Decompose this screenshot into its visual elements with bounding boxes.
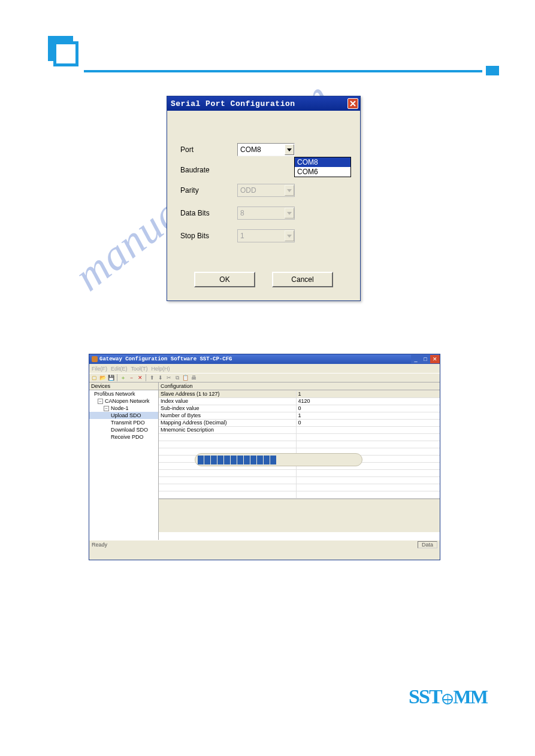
device-tree: Devices Profibus Network − CANopen Netwo… <box>89 382 159 540</box>
port-dropdown-list[interactable]: COM8 COM6 <box>294 157 351 177</box>
grid-row[interactable]: Number of Bytes1 <box>159 412 440 419</box>
delete-icon[interactable]: ✕ <box>136 374 144 382</box>
tree-node1-label: Node-1 <box>111 405 129 411</box>
grid-val: 0 <box>296 405 440 412</box>
tree-upload-sdo-label: Upload SDO <box>111 412 141 418</box>
grid-row-empty <box>159 441 440 448</box>
tree-toggle-icon[interactable]: − <box>104 406 109 411</box>
cut-icon[interactable]: ✂ <box>165 374 173 382</box>
d2-body: Devices Profibus Network − CANopen Netwo… <box>89 382 440 540</box>
baudrate-label: Baudrate <box>180 166 237 174</box>
menu-tool[interactable]: Tool(T) <box>131 366 148 372</box>
databits-label: Data Bits <box>180 209 237 217</box>
footer-logo: SSTMM <box>409 685 487 708</box>
parity-label: Parity <box>180 186 237 195</box>
chevron-down-icon <box>287 212 292 215</box>
remove-icon[interactable]: － <box>128 374 135 382</box>
grid-row[interactable]: Mapping Address (Decimal)0 <box>159 419 440 426</box>
save-icon[interactable]: 💾 <box>107 374 115 382</box>
menu-edit[interactable]: Edit(E) <box>111 366 128 372</box>
tree-profibus[interactable]: Profibus Network <box>89 390 158 397</box>
copy-icon[interactable]: ⧉ <box>173 374 181 382</box>
deco-square-front <box>53 41 78 66</box>
tree-profibus-label: Profibus Network <box>94 391 135 397</box>
grid-row[interactable]: Sub-index value0 <box>159 405 440 412</box>
progress-bar <box>195 453 362 466</box>
grid-row-empty <box>159 433 440 441</box>
tree-transmit-pdo[interactable]: Transmit PDO <box>89 419 158 426</box>
stopbits-value: 1 <box>240 232 244 240</box>
grid-val: 1 <box>296 412 440 419</box>
dropdown-option-com6[interactable]: COM6 <box>295 167 350 177</box>
stopbits-row: Stop Bits 1 <box>180 229 347 242</box>
dropdown-option-com8[interactable]: COM8 <box>295 157 350 167</box>
grid-row[interactable]: Mnemonic Description <box>159 426 440 433</box>
tree-canopen[interactable]: − CANopen Network <box>89 397 158 405</box>
tree-header: Devices <box>89 382 158 390</box>
d2-title-left: Gateway Configuration Software SST-CP-CF… <box>92 356 232 362</box>
grid-row-empty <box>159 476 440 484</box>
stopbits-dropdown-button <box>285 230 294 241</box>
grid-row[interactable]: Slave Address (1 to 127)1 <box>159 390 440 397</box>
grid-val: 0 <box>296 419 440 426</box>
toolbar-separator <box>146 374 146 381</box>
toolbar-separator <box>117 374 117 381</box>
ok-button[interactable]: OK <box>194 272 255 287</box>
tree-receive-pdo[interactable]: Receive PDO <box>89 433 158 441</box>
grid-row[interactable]: Index value4120 <box>159 397 440 405</box>
port-dropdown-button[interactable] <box>285 144 294 155</box>
grid-header: Configuration <box>159 382 440 390</box>
databits-row: Data Bits 8 <box>180 207 347 220</box>
d2-title-text: Gateway Configuration Software SST-CP-CF… <box>99 356 232 362</box>
progress-segment <box>250 456 256 464</box>
paste-icon[interactable]: 📋 <box>182 374 189 382</box>
chevron-down-icon <box>287 148 292 151</box>
dialog-titlebar: Serial Port Configuration <box>167 96 360 111</box>
download-icon[interactable]: ⬇ <box>156 374 164 382</box>
tree-upload-sdo[interactable]: Upload SDO <box>89 412 158 419</box>
dialog-body: Port COM8 Baudrate Parity ODD Data Bits <box>167 111 360 262</box>
progress-segment <box>224 456 230 464</box>
open-icon[interactable]: 📂 <box>99 374 107 382</box>
stopbits-label: Stop Bits <box>180 232 237 240</box>
close-button[interactable] <box>347 98 358 109</box>
new-icon[interactable]: ▢ <box>90 374 98 382</box>
tree-download-sdo[interactable]: Download SDO <box>89 426 158 433</box>
progress-segment <box>270 456 276 464</box>
grid-key: Slave Address (1 to 127) <box>159 390 296 397</box>
header-end-box <box>486 66 499 75</box>
tree-dl-sdo-label: Download SDO <box>111 427 148 433</box>
close-icon <box>350 101 356 107</box>
progress-segment <box>257 456 263 464</box>
dialog-title: Serial Port Configuration <box>171 99 295 108</box>
status-left: Ready <box>92 542 107 548</box>
add-icon[interactable]: ＋ <box>119 374 127 382</box>
app-icon <box>92 356 98 362</box>
tree-toggle-icon[interactable]: − <box>98 399 103 404</box>
cancel-button[interactable]: Cancel <box>272 272 333 287</box>
d2-titlebar: Gateway Configuration Software SST-CP-CF… <box>89 354 440 364</box>
port-combo[interactable]: COM8 <box>237 143 295 156</box>
tree-rx-pdo-label: Receive PDO <box>111 434 144 440</box>
menu-file[interactable]: File(F) <box>92 366 107 372</box>
port-label: Port <box>180 145 237 154</box>
maximize-button[interactable]: □ <box>421 355 430 363</box>
parity-value: ODD <box>240 186 256 195</box>
minimize-button[interactable]: _ <box>411 355 421 363</box>
grid-key: Sub-index value <box>159 405 296 412</box>
upload-icon[interactable]: ⬆ <box>148 374 156 382</box>
parity-combo: ODD <box>237 184 295 197</box>
parity-dropdown-button <box>285 185 294 196</box>
grid-val: 4120 <box>296 397 440 405</box>
statusbar: Ready Data <box>89 540 440 549</box>
chevron-down-icon <box>287 189 292 192</box>
menu-help[interactable]: Help(H) <box>152 366 170 372</box>
progress-segment <box>231 456 237 464</box>
grid-key: Number of Bytes <box>159 412 296 419</box>
close-button[interactable]: ✕ <box>430 355 440 363</box>
databits-value: 8 <box>240 209 244 217</box>
progress-segment <box>237 456 243 464</box>
databits-dropdown-button <box>285 208 294 218</box>
print-icon[interactable]: 🖶 <box>190 374 198 382</box>
tree-node1[interactable]: − Node-1 <box>89 405 158 412</box>
